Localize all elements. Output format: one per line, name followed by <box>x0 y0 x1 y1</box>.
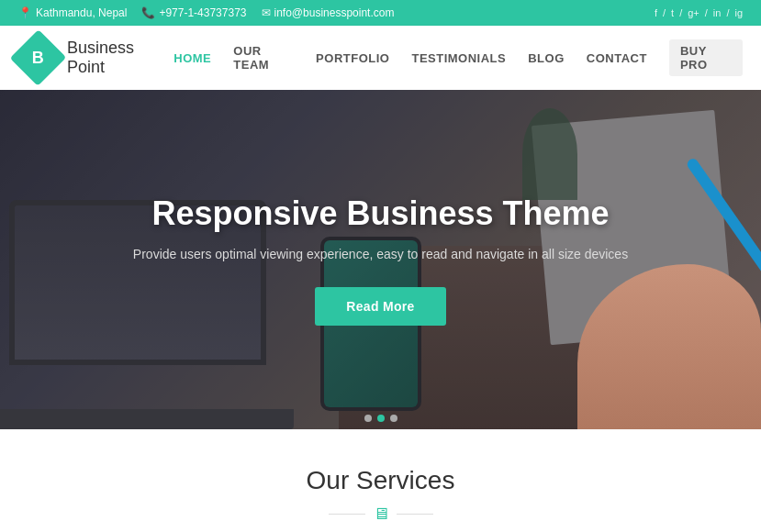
services-title: Our Services <box>18 466 743 495</box>
instagram-icon[interactable]: ig <box>734 7 743 18</box>
email-item: ✉ info@businesspoint.com <box>262 6 395 19</box>
nav-our-team[interactable]: OUR TEAM <box>233 44 294 72</box>
divider-2: / <box>679 7 682 18</box>
nav-contact[interactable]: CONTACT <box>587 51 647 65</box>
nav-testimonials[interactable]: TESTIMONIALS <box>411 51 506 65</box>
hero-content: Responsive Business Theme Provide users … <box>115 194 646 325</box>
divider-1: / <box>663 7 666 18</box>
logo-text: Business Point <box>67 39 173 77</box>
top-bar: 📍 Kathmandu, Nepal 📞 +977-1-43737373 ✉ i… <box>0 0 761 26</box>
hero-title: Responsive Business Theme <box>133 194 628 233</box>
dot-1[interactable] <box>364 415 372 422</box>
location-item: 📍 Kathmandu, Nepal <box>18 6 127 19</box>
hero-section: Responsive Business Theme Provide users … <box>0 90 761 429</box>
hero-cta-button[interactable]: Read more <box>315 287 445 326</box>
googleplus-icon[interactable]: g+ <box>688 7 699 18</box>
phone-item: 📞 +977-1-43737373 <box>141 6 246 19</box>
email-icon: ✉ <box>262 6 271 19</box>
hero-subtitle: Provide users optimal viewing experience… <box>133 247 628 261</box>
phone-icon: 📞 <box>141 6 155 19</box>
main-nav: HOME OUR TEAM PORTFOLIO TESTIMONIALS BLO… <box>173 39 743 76</box>
header: B Business Point HOME OUR TEAM PORTFOLIO… <box>0 26 761 90</box>
location-text: Kathmandu, Nepal <box>36 6 127 19</box>
phone-text: +977-1-43737373 <box>159 6 246 19</box>
nav-buy-pro[interactable]: BUY PRO <box>669 39 743 76</box>
location-icon: 📍 <box>18 6 32 19</box>
social-icons: f / t / g+ / in / ig <box>655 7 743 18</box>
logo-area[interactable]: B Business Point <box>18 38 173 78</box>
logo-diamond: B <box>10 29 66 85</box>
slider-dots <box>364 415 397 422</box>
dot-3[interactable] <box>390 415 397 422</box>
dot-2[interactable] <box>377 415 385 422</box>
services-section: Our Services 🖥 We are creative design ag… <box>0 429 761 532</box>
nav-portfolio[interactable]: PORTFOLIO <box>316 51 389 65</box>
facebook-icon[interactable]: f <box>655 7 657 18</box>
divider-4: / <box>726 7 729 18</box>
linkedin-icon[interactable]: in <box>713 7 722 18</box>
top-bar-left: 📍 Kathmandu, Nepal 📞 +977-1-43737373 ✉ i… <box>18 6 394 19</box>
services-divider: 🖥 <box>18 504 743 524</box>
twitter-icon[interactable]: t <box>671 7 674 18</box>
email-text: info@businesspoint.com <box>274 6 395 19</box>
divider-monitor-icon: 🖥 <box>373 504 389 524</box>
nav-blog[interactable]: BLOG <box>528 51 565 65</box>
logo-letter: B <box>32 49 44 68</box>
divider-line-left <box>329 514 365 515</box>
divider-3: / <box>705 7 708 18</box>
divider-line-right <box>397 514 433 515</box>
nav-home[interactable]: HOME <box>173 51 211 65</box>
